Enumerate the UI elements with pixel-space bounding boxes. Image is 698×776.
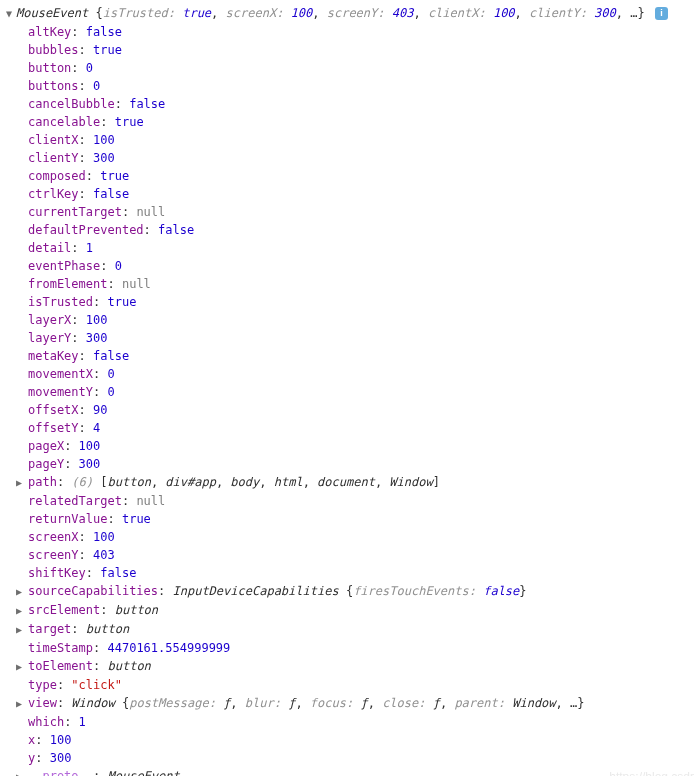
property-key: button bbox=[28, 61, 71, 75]
expand-toggle-icon[interactable] bbox=[16, 602, 26, 620]
property-value: false bbox=[100, 566, 136, 580]
property-key: screenX bbox=[28, 530, 79, 544]
property-key: target bbox=[28, 622, 71, 636]
expand-toggle-icon[interactable] bbox=[16, 768, 26, 776]
property-row: layerY: 300 bbox=[28, 329, 698, 347]
property-row: layerX: 100 bbox=[28, 311, 698, 329]
property-value: false bbox=[129, 97, 165, 111]
property-row: returnValue: true bbox=[28, 510, 698, 528]
property-value: 0 bbox=[86, 61, 93, 75]
property-value: (6) [button, div#app, body, html, docume… bbox=[71, 475, 440, 489]
property-key: layerX bbox=[28, 313, 71, 327]
property-key: eventPhase bbox=[28, 259, 100, 273]
property-value: 100 bbox=[93, 133, 115, 147]
property-row: ctrlKey: false bbox=[28, 185, 698, 203]
property-value: true bbox=[122, 512, 151, 526]
property-key: defaultPrevented bbox=[28, 223, 144, 237]
property-row: x: 100 bbox=[28, 731, 698, 749]
expand-toggle-icon[interactable] bbox=[16, 695, 26, 713]
property-row: y: 300 bbox=[28, 749, 698, 767]
property-row: bubbles: true bbox=[28, 41, 698, 59]
property-row: screenX: 100 bbox=[28, 528, 698, 546]
property-value: InputDeviceCapabilities {firesTouchEvent… bbox=[173, 584, 527, 598]
object-preview: {isTrusted: true, screenX: 100, screenY:… bbox=[88, 6, 644, 20]
property-row: composed: true bbox=[28, 167, 698, 185]
property-row: offsetX: 90 bbox=[28, 401, 698, 419]
property-value: 0 bbox=[107, 385, 114, 399]
property-row: fromElement: null bbox=[28, 275, 698, 293]
expand-toggle-icon[interactable] bbox=[16, 621, 26, 639]
property-row: clientX: 100 bbox=[28, 131, 698, 149]
property-value: button bbox=[86, 622, 129, 636]
property-value: Window {postMessage: ƒ, blur: ƒ, focus: … bbox=[71, 696, 584, 710]
property-row: detail: 1 bbox=[28, 239, 698, 257]
property-row: cancelable: true bbox=[28, 113, 698, 131]
property-value: 4 bbox=[93, 421, 100, 435]
property-row: clientY: 300 bbox=[28, 149, 698, 167]
property-key: pageX bbox=[28, 439, 64, 453]
property-key: ctrlKey bbox=[28, 187, 79, 201]
property-value: true bbox=[107, 295, 136, 309]
expand-toggle-icon[interactable] bbox=[16, 583, 26, 601]
property-key: movementY bbox=[28, 385, 93, 399]
property-row: eventPhase: 0 bbox=[28, 257, 698, 275]
property-row: altKey: false bbox=[28, 23, 698, 41]
property-row: relatedTarget: null bbox=[28, 492, 698, 510]
property-value: 300 bbox=[93, 151, 115, 165]
property-key: __proto__ bbox=[28, 769, 93, 776]
property-value: 0 bbox=[93, 79, 100, 93]
property-key: x bbox=[28, 733, 35, 747]
property-row[interactable]: sourceCapabilities: InputDeviceCapabilit… bbox=[28, 582, 698, 601]
property-row: cancelBubble: false bbox=[28, 95, 698, 113]
property-key: isTrusted bbox=[28, 295, 93, 309]
property-value: true bbox=[93, 43, 122, 57]
property-row[interactable]: path: (6) [button, div#app, body, html, … bbox=[28, 473, 698, 492]
property-value: 0 bbox=[115, 259, 122, 273]
expand-toggle-icon[interactable] bbox=[6, 5, 16, 23]
property-row[interactable]: target: button bbox=[28, 620, 698, 639]
property-key: toElement bbox=[28, 659, 93, 673]
expand-toggle-icon[interactable] bbox=[16, 658, 26, 676]
expand-toggle-icon[interactable] bbox=[16, 474, 26, 492]
property-key: layerY bbox=[28, 331, 71, 345]
property-row: timeStamp: 4470161.554999999 bbox=[28, 639, 698, 657]
property-row[interactable]: srcElement: button bbox=[28, 601, 698, 620]
property-value: 1 bbox=[86, 241, 93, 255]
property-key: detail bbox=[28, 241, 71, 255]
property-key: clientX bbox=[28, 133, 79, 147]
property-row[interactable]: toElement: button bbox=[28, 657, 698, 676]
property-key: y bbox=[28, 751, 35, 765]
property-key: altKey bbox=[28, 25, 71, 39]
property-value: 300 bbox=[79, 457, 101, 471]
property-value: 100 bbox=[50, 733, 72, 747]
property-key: cancelable bbox=[28, 115, 100, 129]
property-value: null bbox=[136, 205, 165, 219]
property-row: defaultPrevented: false bbox=[28, 221, 698, 239]
property-value: false bbox=[86, 25, 122, 39]
property-row: which: 1 bbox=[28, 713, 698, 731]
property-key: sourceCapabilities bbox=[28, 584, 158, 598]
property-value: "click" bbox=[71, 678, 122, 692]
property-row: button: 0 bbox=[28, 59, 698, 77]
property-key: type bbox=[28, 678, 57, 692]
property-key: relatedTarget bbox=[28, 494, 122, 508]
property-key: srcElement bbox=[28, 603, 100, 617]
property-value: MouseEvent bbox=[107, 769, 179, 776]
property-row: isTrusted: true bbox=[28, 293, 698, 311]
property-row: shiftKey: false bbox=[28, 564, 698, 582]
property-row: pageY: 300 bbox=[28, 455, 698, 473]
property-row[interactable]: __proto__: MouseEvent bbox=[28, 767, 698, 776]
object-header-row[interactable]: MouseEvent {isTrusted: true, screenX: 10… bbox=[6, 4, 698, 23]
property-key: screenY bbox=[28, 548, 79, 562]
property-row: screenY: 403 bbox=[28, 546, 698, 564]
property-key: returnValue bbox=[28, 512, 107, 526]
info-icon[interactable]: i bbox=[655, 7, 668, 20]
property-value: false bbox=[158, 223, 194, 237]
property-key: timeStamp bbox=[28, 641, 93, 655]
property-value: 300 bbox=[50, 751, 72, 765]
property-row[interactable]: view: Window {postMessage: ƒ, blur: ƒ, f… bbox=[28, 694, 698, 713]
property-value: null bbox=[136, 494, 165, 508]
property-value: 1 bbox=[79, 715, 86, 729]
property-key: clientY bbox=[28, 151, 79, 165]
property-value: 100 bbox=[86, 313, 108, 327]
